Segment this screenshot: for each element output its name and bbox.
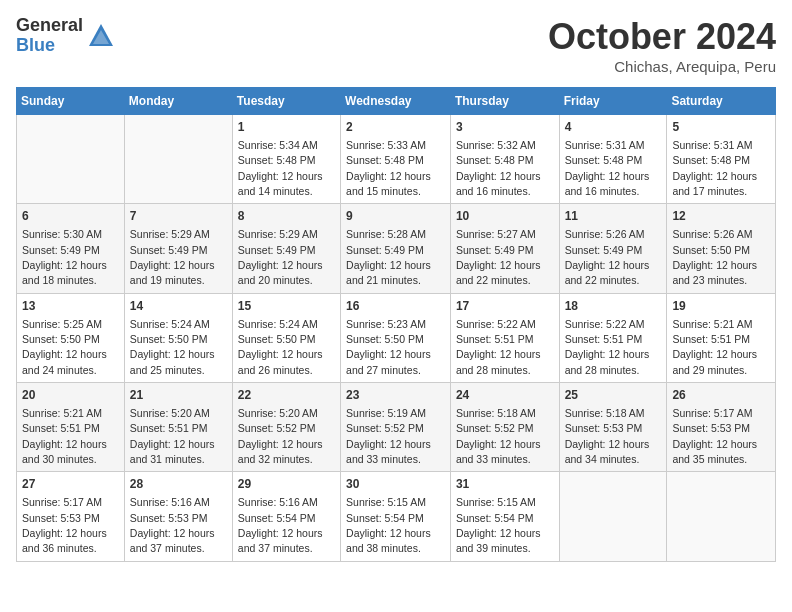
day-number: 29 (238, 476, 335, 493)
day-number: 17 (456, 298, 554, 315)
day-number: 28 (130, 476, 227, 493)
day-number: 4 (565, 119, 662, 136)
day-info: Sunrise: 5:21 AM Sunset: 5:51 PM Dayligh… (22, 407, 107, 465)
calendar-cell: 1Sunrise: 5:34 AM Sunset: 5:48 PM Daylig… (232, 115, 340, 204)
calendar-cell: 31Sunrise: 5:15 AM Sunset: 5:54 PM Dayli… (450, 472, 559, 561)
day-info: Sunrise: 5:26 AM Sunset: 5:49 PM Dayligh… (565, 228, 650, 286)
day-info: Sunrise: 5:31 AM Sunset: 5:48 PM Dayligh… (672, 139, 757, 197)
calendar-cell: 8Sunrise: 5:29 AM Sunset: 5:49 PM Daylig… (232, 204, 340, 293)
day-number: 7 (130, 208, 227, 225)
day-info: Sunrise: 5:18 AM Sunset: 5:53 PM Dayligh… (565, 407, 650, 465)
day-number: 13 (22, 298, 119, 315)
day-info: Sunrise: 5:15 AM Sunset: 5:54 PM Dayligh… (346, 496, 431, 554)
week-row-2: 6Sunrise: 5:30 AM Sunset: 5:49 PM Daylig… (17, 204, 776, 293)
day-info: Sunrise: 5:20 AM Sunset: 5:51 PM Dayligh… (130, 407, 215, 465)
calendar-cell: 11Sunrise: 5:26 AM Sunset: 5:49 PM Dayli… (559, 204, 667, 293)
calendar-cell: 29Sunrise: 5:16 AM Sunset: 5:54 PM Dayli… (232, 472, 340, 561)
day-number: 15 (238, 298, 335, 315)
calendar-cell: 26Sunrise: 5:17 AM Sunset: 5:53 PM Dayli… (667, 383, 776, 472)
day-number: 9 (346, 208, 445, 225)
weekday-header-wednesday: Wednesday (341, 88, 451, 115)
calendar-cell (124, 115, 232, 204)
calendar-cell: 15Sunrise: 5:24 AM Sunset: 5:50 PM Dayli… (232, 293, 340, 382)
day-info: Sunrise: 5:29 AM Sunset: 5:49 PM Dayligh… (238, 228, 323, 286)
day-info: Sunrise: 5:29 AM Sunset: 5:49 PM Dayligh… (130, 228, 215, 286)
calendar-cell: 18Sunrise: 5:22 AM Sunset: 5:51 PM Dayli… (559, 293, 667, 382)
day-number: 18 (565, 298, 662, 315)
calendar-cell: 4Sunrise: 5:31 AM Sunset: 5:48 PM Daylig… (559, 115, 667, 204)
calendar-cell: 16Sunrise: 5:23 AM Sunset: 5:50 PM Dayli… (341, 293, 451, 382)
calendar-cell: 27Sunrise: 5:17 AM Sunset: 5:53 PM Dayli… (17, 472, 125, 561)
calendar-cell: 7Sunrise: 5:29 AM Sunset: 5:49 PM Daylig… (124, 204, 232, 293)
day-number: 16 (346, 298, 445, 315)
day-info: Sunrise: 5:19 AM Sunset: 5:52 PM Dayligh… (346, 407, 431, 465)
weekday-header-monday: Monday (124, 88, 232, 115)
day-number: 26 (672, 387, 770, 404)
day-number: 10 (456, 208, 554, 225)
calendar-cell: 12Sunrise: 5:26 AM Sunset: 5:50 PM Dayli… (667, 204, 776, 293)
calendar-cell: 22Sunrise: 5:20 AM Sunset: 5:52 PM Dayli… (232, 383, 340, 472)
day-number: 22 (238, 387, 335, 404)
calendar-cell: 19Sunrise: 5:21 AM Sunset: 5:51 PM Dayli… (667, 293, 776, 382)
day-number: 21 (130, 387, 227, 404)
calendar-cell (559, 472, 667, 561)
day-number: 2 (346, 119, 445, 136)
calendar-cell: 23Sunrise: 5:19 AM Sunset: 5:52 PM Dayli… (341, 383, 451, 472)
day-number: 19 (672, 298, 770, 315)
day-info: Sunrise: 5:16 AM Sunset: 5:53 PM Dayligh… (130, 496, 215, 554)
day-info: Sunrise: 5:22 AM Sunset: 5:51 PM Dayligh… (456, 318, 541, 376)
logo-icon (87, 22, 115, 50)
day-number: 12 (672, 208, 770, 225)
day-number: 20 (22, 387, 119, 404)
day-number: 31 (456, 476, 554, 493)
weekday-header-row: SundayMondayTuesdayWednesdayThursdayFrid… (17, 88, 776, 115)
day-number: 6 (22, 208, 119, 225)
calendar-cell: 10Sunrise: 5:27 AM Sunset: 5:49 PM Dayli… (450, 204, 559, 293)
weekday-header-tuesday: Tuesday (232, 88, 340, 115)
day-info: Sunrise: 5:18 AM Sunset: 5:52 PM Dayligh… (456, 407, 541, 465)
calendar-cell: 21Sunrise: 5:20 AM Sunset: 5:51 PM Dayli… (124, 383, 232, 472)
calendar-cell: 3Sunrise: 5:32 AM Sunset: 5:48 PM Daylig… (450, 115, 559, 204)
day-info: Sunrise: 5:20 AM Sunset: 5:52 PM Dayligh… (238, 407, 323, 465)
day-info: Sunrise: 5:23 AM Sunset: 5:50 PM Dayligh… (346, 318, 431, 376)
day-info: Sunrise: 5:15 AM Sunset: 5:54 PM Dayligh… (456, 496, 541, 554)
week-row-5: 27Sunrise: 5:17 AM Sunset: 5:53 PM Dayli… (17, 472, 776, 561)
day-info: Sunrise: 5:24 AM Sunset: 5:50 PM Dayligh… (130, 318, 215, 376)
calendar-cell: 14Sunrise: 5:24 AM Sunset: 5:50 PM Dayli… (124, 293, 232, 382)
day-info: Sunrise: 5:34 AM Sunset: 5:48 PM Dayligh… (238, 139, 323, 197)
day-info: Sunrise: 5:30 AM Sunset: 5:49 PM Dayligh… (22, 228, 107, 286)
weekday-header-sunday: Sunday (17, 88, 125, 115)
day-number: 5 (672, 119, 770, 136)
page-header: General Blue October 2024 Chichas, Arequ… (16, 16, 776, 75)
calendar-cell (17, 115, 125, 204)
weekday-header-friday: Friday (559, 88, 667, 115)
weekday-header-saturday: Saturday (667, 88, 776, 115)
logo-blue-text: Blue (16, 36, 83, 56)
day-number: 8 (238, 208, 335, 225)
weekday-header-thursday: Thursday (450, 88, 559, 115)
calendar-cell: 2Sunrise: 5:33 AM Sunset: 5:48 PM Daylig… (341, 115, 451, 204)
week-row-4: 20Sunrise: 5:21 AM Sunset: 5:51 PM Dayli… (17, 383, 776, 472)
day-info: Sunrise: 5:24 AM Sunset: 5:50 PM Dayligh… (238, 318, 323, 376)
day-number: 25 (565, 387, 662, 404)
calendar-cell: 5Sunrise: 5:31 AM Sunset: 5:48 PM Daylig… (667, 115, 776, 204)
day-number: 3 (456, 119, 554, 136)
calendar-cell: 30Sunrise: 5:15 AM Sunset: 5:54 PM Dayli… (341, 472, 451, 561)
day-info: Sunrise: 5:22 AM Sunset: 5:51 PM Dayligh… (565, 318, 650, 376)
calendar-cell: 13Sunrise: 5:25 AM Sunset: 5:50 PM Dayli… (17, 293, 125, 382)
day-info: Sunrise: 5:32 AM Sunset: 5:48 PM Dayligh… (456, 139, 541, 197)
logo-general-text: General (16, 16, 83, 36)
calendar-cell: 6Sunrise: 5:30 AM Sunset: 5:49 PM Daylig… (17, 204, 125, 293)
day-number: 27 (22, 476, 119, 493)
day-info: Sunrise: 5:17 AM Sunset: 5:53 PM Dayligh… (672, 407, 757, 465)
logo: General Blue (16, 16, 115, 56)
day-info: Sunrise: 5:21 AM Sunset: 5:51 PM Dayligh… (672, 318, 757, 376)
day-number: 30 (346, 476, 445, 493)
month-title: October 2024 (548, 16, 776, 58)
day-info: Sunrise: 5:26 AM Sunset: 5:50 PM Dayligh… (672, 228, 757, 286)
day-info: Sunrise: 5:25 AM Sunset: 5:50 PM Dayligh… (22, 318, 107, 376)
calendar-table: SundayMondayTuesdayWednesdayThursdayFrid… (16, 87, 776, 562)
calendar-cell: 20Sunrise: 5:21 AM Sunset: 5:51 PM Dayli… (17, 383, 125, 472)
calendar-cell: 28Sunrise: 5:16 AM Sunset: 5:53 PM Dayli… (124, 472, 232, 561)
day-number: 11 (565, 208, 662, 225)
